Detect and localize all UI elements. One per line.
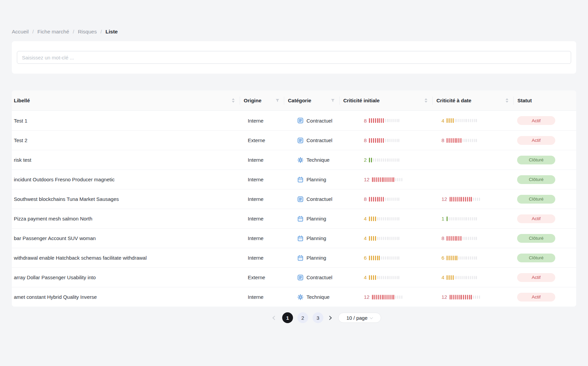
risk-label: Test 2 <box>14 137 27 143</box>
calendar-icon <box>297 177 303 183</box>
criticity-bars <box>369 197 400 202</box>
origin-value: Interne <box>248 294 264 300</box>
category-value: Contractuel <box>306 137 332 143</box>
origin-value: Interne <box>248 235 264 241</box>
table-row[interactable]: incidunt Outdoors Fresno Producer magnet… <box>12 169 576 189</box>
sort-icon[interactable] <box>425 98 427 103</box>
breadcrumb-separator: / <box>32 29 34 34</box>
criticity-bars <box>450 197 481 202</box>
risk-list-page: { "breadcrumb": { "separator": "/", "ite… <box>0 0 588 366</box>
status-badge: Actif <box>517 273 555 282</box>
criticity-bars <box>447 275 478 280</box>
risk-label: amet constant Hybrid Quality Inverse <box>14 294 97 300</box>
risk-label: Pizza payment mesh salmon North <box>14 216 92 221</box>
table-row[interactable]: Southwest blockchains Tuna Market Sausag… <box>12 189 576 209</box>
column-label: Catégorie <box>288 98 311 103</box>
breadcrumb: Accueil / Fiche marché / Risques / Liste <box>12 29 118 35</box>
calendar-icon <box>297 216 303 222</box>
next-page-button[interactable] <box>326 312 333 323</box>
column-header-origine: Origine <box>240 90 284 110</box>
page-button-3[interactable]: 3 <box>313 312 323 323</box>
criticity-bars <box>369 138 400 143</box>
criticity-bars <box>369 256 400 260</box>
table-body: Test 1 Interne Contractuel 8 4 Actif Tes… <box>12 111 576 307</box>
criticity-value: 12 <box>442 294 447 300</box>
category-value: Planning <box>306 216 326 221</box>
breadcrumb-risques[interactable]: Risques <box>78 29 97 35</box>
status-badge: Actif <box>517 116 555 125</box>
filter-icon[interactable] <box>331 99 335 103</box>
criticity-current-gauge: 8 <box>442 235 478 241</box>
filter-icon[interactable] <box>275 99 279 103</box>
criticity-value: 8 <box>364 137 367 143</box>
criticity-current-gauge: 12 <box>442 294 481 300</box>
criticity-bars <box>369 236 400 241</box>
breadcrumb-fiche-marche[interactable]: Fiche marché <box>37 29 69 35</box>
table-row[interactable]: Test 1 Interne Contractuel 8 4 Actif <box>12 111 576 130</box>
category-value: Technique <box>306 157 329 163</box>
criticity-value: 8 <box>364 196 367 202</box>
previous-page-button[interactable] <box>271 312 278 323</box>
criticity-bars <box>447 118 478 123</box>
gear-icon <box>297 294 303 300</box>
criticity-initial-gauge: 2 <box>364 157 400 163</box>
column-label: Libellé <box>14 98 30 103</box>
sort-icon[interactable] <box>506 98 508 103</box>
criticity-value: 8 <box>442 137 444 143</box>
chevron-right-icon <box>327 316 332 320</box>
page-button-2[interactable]: 2 <box>297 312 308 323</box>
calendar-icon <box>297 235 303 241</box>
table-row[interactable]: array Dollar Passenger Usability into Ex… <box>12 267 576 287</box>
status-badge: Clôturé <box>517 195 555 204</box>
criticity-value: 2 <box>364 157 367 163</box>
criticity-initial-gauge: 4 <box>364 235 400 241</box>
chevron-down-icon <box>370 316 373 319</box>
table-row[interactable]: Test 2 Externe Contractuel 8 8 Actif <box>12 130 576 150</box>
category-value: Technique <box>306 294 329 300</box>
column-header-libelle[interactable]: Libellé <box>12 90 240 110</box>
origin-value: Interne <box>248 255 264 261</box>
criticity-current-gauge: 4 <box>442 118 478 124</box>
page-button-1[interactable]: 1 <box>282 312 293 323</box>
sort-icon[interactable] <box>232 98 235 103</box>
criticity-current-gauge: 4 <box>442 274 478 280</box>
table-row[interactable]: bar Passenger Account SUV woman Interne … <box>12 228 576 248</box>
search-input[interactable] <box>17 51 571 64</box>
column-header-criticite-initiale[interactable]: Criticité initiale <box>339 90 432 110</box>
criticity-value: 4 <box>364 235 367 241</box>
criticity-current-gauge: 1 <box>442 216 478 221</box>
table-row[interactable]: amet constant Hybrid Quality Inverse Int… <box>12 287 576 307</box>
table-row[interactable]: Pizza payment mesh salmon North Interne … <box>12 209 576 228</box>
criticity-current-gauge: 12 <box>442 196 481 202</box>
contract-icon <box>297 274 303 281</box>
column-label: Statut <box>517 98 532 103</box>
column-label: Origine <box>244 98 262 103</box>
criticity-bars <box>447 216 478 221</box>
criticity-initial-gauge: 6 <box>364 255 400 261</box>
criticity-value: 12 <box>364 177 370 182</box>
criticity-value: 8 <box>364 118 367 124</box>
criticity-value: 12 <box>364 294 370 300</box>
risk-label: Test 1 <box>14 118 27 124</box>
breadcrumb-separator: / <box>101 29 102 34</box>
status-badge: Clôturé <box>517 175 555 184</box>
origin-value: Externe <box>248 137 265 143</box>
breadcrumb-accueil[interactable]: Accueil <box>12 29 29 35</box>
table-row[interactable]: withdrawal enable Hatchback schemas faci… <box>12 248 576 267</box>
risk-label: bar Passenger Account SUV woman <box>14 235 96 241</box>
page-size-select[interactable]: 10 / page <box>338 313 381 323</box>
table-row[interactable]: risk test Interne Technique 2 Clôturé <box>12 150 576 169</box>
criticity-bars <box>369 118 400 123</box>
criticity-value: 4 <box>364 274 367 280</box>
breadcrumb-liste-current: Liste <box>106 29 118 35</box>
criticity-value: 4 <box>442 118 444 124</box>
criticity-bars <box>450 295 481 299</box>
status-badge: Clôturé <box>517 254 555 262</box>
criticity-bars <box>372 177 403 182</box>
risk-table: Libellé Origine Catégorie Criticité init… <box>12 90 576 307</box>
criticity-bars <box>369 158 400 162</box>
criticity-value: 12 <box>442 196 447 202</box>
contract-icon <box>297 196 303 202</box>
column-header-criticite-a-date[interactable]: Criticité à date <box>432 90 513 110</box>
criticity-current-gauge: 6 <box>442 255 478 261</box>
